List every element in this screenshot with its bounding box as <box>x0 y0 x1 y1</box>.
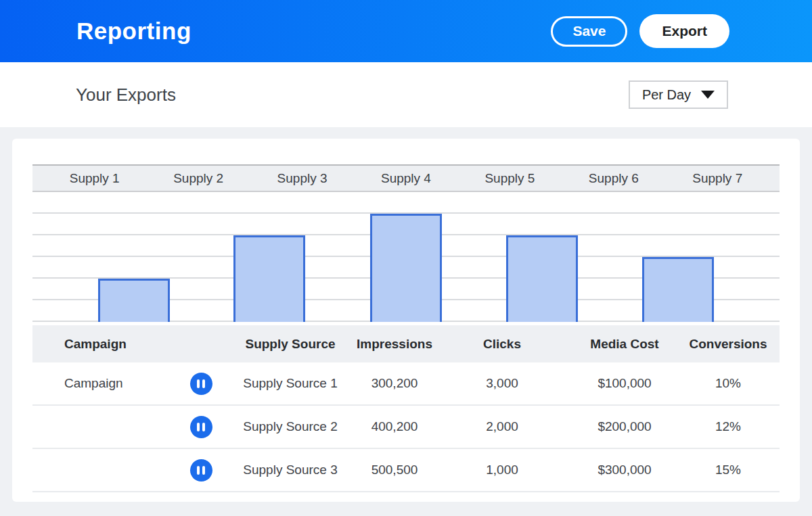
header-actions: Save Export <box>551 14 729 48</box>
pause-icon <box>202 379 205 388</box>
save-button[interactable]: Save <box>551 16 627 47</box>
chart-category-label: Supply 1 <box>43 171 146 186</box>
table-row: Campaign Supply Source 1 300,200 3,000 $… <box>32 362 780 406</box>
chart-category-label: Supply 7 <box>666 171 769 186</box>
supply-source-cell: Supply Source 1 <box>225 376 356 391</box>
table-row: Supply Source 2 400,200 2,000 $200,000 1… <box>32 406 780 449</box>
media-cost-cell: $100,000 <box>571 376 678 391</box>
chart-bar-4 <box>506 235 578 322</box>
pause-icon <box>202 423 205 431</box>
export-button[interactable]: Export <box>639 14 729 48</box>
column-header-clicks: Clicks <box>433 337 571 352</box>
column-header-campaign: Campaign <box>32 337 177 352</box>
exports-toolbar: Your Exports Per Day <box>0 62 812 127</box>
conversions-cell: 10% <box>678 376 778 391</box>
chart-category-label: Supply 6 <box>562 171 665 186</box>
content-area: Supply 1 Supply 2 Supply 3 Supply 4 Supp… <box>0 127 812 516</box>
column-header-conversions: Conversions <box>678 337 778 352</box>
bar-chart <box>32 192 780 322</box>
chart-bar-1 <box>98 279 170 322</box>
media-cost-cell: $200,000 <box>571 419 678 434</box>
app-header: Reporting Save Export <box>0 0 812 62</box>
pause-icon <box>197 379 200 388</box>
conversions-cell: 15% <box>678 463 778 477</box>
pause-icon <box>202 466 205 475</box>
page-title: Reporting <box>76 18 191 45</box>
report-table: Campaign Supply Source Impressions Click… <box>32 325 780 492</box>
column-header-media-cost: Media Cost <box>571 337 678 352</box>
impressions-cell: 400,200 <box>356 419 433 434</box>
column-header-supply-source: Supply Source <box>225 337 356 352</box>
supply-source-cell: Supply Source 2 <box>225 419 356 434</box>
chart-category-label: Supply 5 <box>458 171 562 186</box>
table-row: Supply Source 3 500,500 1,000 $300,000 1… <box>32 449 780 492</box>
chart-bar-5 <box>642 257 714 322</box>
clicks-cell: 2,000 <box>433 419 571 434</box>
chart-category-label: Supply 4 <box>354 171 457 186</box>
conversions-cell: 12% <box>678 419 778 434</box>
period-dropdown-value: Per Day <box>642 87 691 103</box>
supply-source-cell: Supply Source 3 <box>225 463 356 477</box>
column-header-impressions: Impressions <box>356 337 433 352</box>
media-cost-cell: $300,000 <box>571 463 678 477</box>
impressions-cell: 500,500 <box>356 463 433 477</box>
table-header-row: Campaign Supply Source Impressions Click… <box>32 325 780 362</box>
chart-category-label: Supply 3 <box>250 171 354 186</box>
pause-button[interactable] <box>190 373 212 395</box>
section-title: Your Exports <box>76 85 176 105</box>
chart-category-label: Supply 2 <box>146 171 250 186</box>
chart-bar-2 <box>233 235 305 322</box>
impressions-cell: 300,200 <box>356 376 433 391</box>
clicks-cell: 3,000 <box>433 376 571 391</box>
pause-icon <box>197 423 200 431</box>
dropdown-arrow-icon <box>701 91 715 99</box>
pause-button[interactable] <box>190 416 212 438</box>
period-dropdown[interactable]: Per Day <box>629 80 728 109</box>
campaign-cell: Campaign <box>32 376 177 391</box>
chart-bar-3 <box>370 214 442 322</box>
clicks-cell: 1,000 <box>433 463 571 477</box>
pause-button[interactable] <box>190 459 212 482</box>
pause-icon <box>197 466 200 475</box>
chart-category-header: Supply 1 Supply 2 Supply 3 Supply 4 Supp… <box>32 164 780 192</box>
report-card: Supply 1 Supply 2 Supply 3 Supply 4 Supp… <box>12 139 800 502</box>
